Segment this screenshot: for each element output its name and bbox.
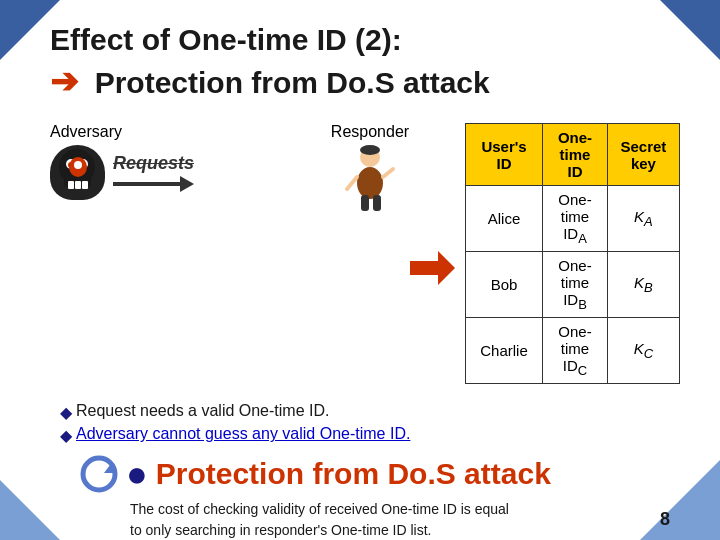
- arrow-shaft3: [158, 182, 180, 186]
- slide-title: Effect of One-time ID (2): ➔ Protection …: [50, 20, 680, 103]
- table-cell-charlie-onetimeid: One-time IDC: [543, 318, 608, 384]
- adversary-section: Adversary: [50, 123, 330, 200]
- svg-point-20: [83, 458, 115, 490]
- adversary-figure: Requests: [50, 145, 194, 200]
- protection-heading: ● Protection from Do.S attack: [126, 456, 551, 492]
- table-cell-bob-key: KB: [607, 252, 679, 318]
- svg-point-17: [360, 145, 380, 155]
- table-row: Charlie One-time IDC KC: [466, 318, 680, 384]
- responder-section: Responder: [340, 123, 400, 215]
- person-figure: [343, 145, 398, 215]
- svg-point-7: [68, 162, 74, 168]
- circular-arrow-icon: [80, 455, 118, 493]
- page-number: 8: [660, 509, 670, 530]
- bullet-diamond-1: ◆: [60, 403, 72, 422]
- requests-arrow: Requests: [113, 153, 194, 192]
- description-line1: The cost of checking validity of receive…: [130, 501, 509, 517]
- svg-point-10: [82, 164, 85, 167]
- skull-icon: [50, 145, 105, 200]
- bullet-diamond-2: ◆: [60, 426, 72, 445]
- bullet-item-2: ◆ Adversary cannot guess any valid One-t…: [60, 425, 680, 445]
- svg-rect-3: [75, 181, 81, 189]
- adversary-label: Adversary: [50, 123, 122, 141]
- table-cell-alice-key: KA: [607, 186, 679, 252]
- title-line1: Effect of One-time ID (2):: [50, 20, 680, 59]
- protection-description: The cost of checking validity of receive…: [50, 499, 680, 540]
- table-cell-alice-userid: Alice: [466, 186, 543, 252]
- bullet-section: ◆ Request needs a valid One-time ID. ◆ A…: [50, 402, 680, 445]
- bullet-link-2[interactable]: Adversary cannot guess any valid One-tim…: [76, 425, 410, 443]
- bullet-item-1: ◆ Request needs a valid One-time ID.: [60, 402, 680, 422]
- protection-heading-text: Protection from Do.S attack: [156, 457, 551, 491]
- responder-label: Responder: [331, 123, 409, 141]
- svg-point-5: [66, 159, 76, 169]
- table-header-secretkey: Secret key: [607, 124, 679, 186]
- user-table: User's ID One-time ID Secret key Alice O…: [465, 123, 680, 384]
- diagram-section: Adversary: [50, 123, 680, 384]
- svg-rect-14: [373, 195, 381, 211]
- table-cell-charlie-key: KC: [607, 318, 679, 384]
- table-cell-alice-onetimeid: One-time IDA: [543, 186, 608, 252]
- svg-point-6: [78, 159, 88, 169]
- svg-line-16: [383, 169, 393, 177]
- requests-text: Requests: [113, 153, 194, 174]
- table-cell-bob-onetimeid: One-time IDB: [543, 252, 608, 318]
- arrow-shaft2: [135, 182, 157, 186]
- title-line2: ➔ Protection from Do.S attack: [50, 59, 680, 103]
- description-line2: to only searching in responder's One-tim…: [130, 522, 431, 538]
- svg-point-9: [70, 164, 73, 167]
- arrow-shaft: [113, 182, 135, 186]
- protection-bullet: ●: [126, 456, 148, 492]
- table-cell-bob-userid: Bob: [466, 252, 543, 318]
- red-block-arrow: [410, 251, 455, 286]
- svg-rect-13: [361, 195, 369, 211]
- table-header-onetimeid: One-time ID: [543, 124, 608, 186]
- arrow-head: [180, 176, 194, 192]
- svg-marker-19: [438, 251, 455, 285]
- arrow-line: [113, 176, 194, 192]
- bullet-text-1: Request needs a valid One-time ID.: [76, 402, 329, 420]
- svg-point-12: [357, 167, 383, 199]
- svg-rect-2: [68, 181, 74, 189]
- svg-point-8: [80, 162, 86, 168]
- table-row: Bob One-time IDB KB: [466, 252, 680, 318]
- table-header-userid: User's ID: [466, 124, 543, 186]
- title-arrow: ➔: [50, 62, 78, 100]
- svg-line-15: [347, 177, 357, 189]
- table-row: Alice One-time IDA KA: [466, 186, 680, 252]
- table-cell-charlie-userid: Charlie: [466, 318, 543, 384]
- svg-rect-18: [410, 261, 438, 275]
- svg-rect-4: [82, 181, 88, 189]
